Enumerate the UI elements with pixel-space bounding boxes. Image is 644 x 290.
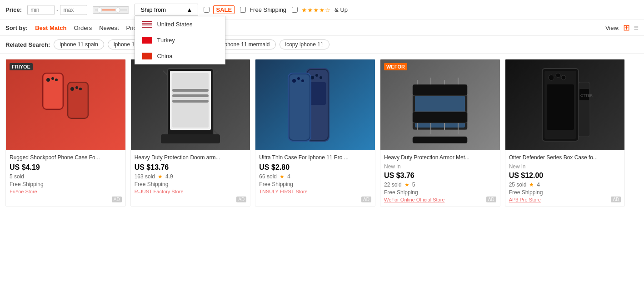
product-new-in-5: New in <box>509 163 621 170</box>
svg-line-18 <box>213 71 218 75</box>
ship-from-button[interactable]: Ship from ▲ <box>135 4 198 16</box>
product-store-3[interactable]: TNSULY FIRST Store <box>259 189 371 194</box>
svg-point-52 <box>556 73 560 78</box>
product-price-2: US $13.76 <box>135 163 247 172</box>
free-shipping-checkbox[interactable] <box>240 7 246 13</box>
free-shipping-label: Free Shipping <box>250 6 286 13</box>
product-info-4: Heavy Duty Protection Armor Met... New i… <box>380 150 500 206</box>
sold-count-3: 66 sold <box>259 173 277 180</box>
product-info-3: Ultra Thin Case For Iphone 11 Pro ... US… <box>255 150 375 198</box>
svg-rect-24 <box>161 134 220 143</box>
rating-4: 5 <box>412 182 415 188</box>
star-icon-3: ★ <box>280 173 285 180</box>
product-card-3[interactable]: Ultra Thin Case For Iphone 11 Pro ... US… <box>255 59 375 206</box>
related-tag-0[interactable]: iphone 11 spain <box>54 39 104 49</box>
ship-from-tr[interactable]: Turkey <box>135 32 225 48</box>
svg-point-12 <box>75 86 78 89</box>
view-label: View: <box>605 25 620 31</box>
svg-point-51 <box>549 75 554 80</box>
svg-rect-54 <box>547 84 574 130</box>
price-inputs: - <box>27 5 87 15</box>
free-shipping-filter-group: Free Shipping <box>240 6 286 13</box>
rating-5: 4 <box>537 182 540 188</box>
sort-label: Sort by: <box>5 25 28 31</box>
product-shipping-5: Free Shipping <box>509 189 621 196</box>
ad-badge-4: AD <box>486 197 496 202</box>
product-sold-3: 66 sold ★ 4 <box>259 173 371 180</box>
sold-count-5: 25 sold <box>509 182 527 188</box>
price-max-input[interactable] <box>60 5 87 15</box>
ship-from-menu: United States Turkey China <box>135 16 225 64</box>
svg-rect-39 <box>413 112 467 123</box>
svg-point-29 <box>320 76 322 79</box>
product-card-2[interactable]: Heavy Duty Protection Doom arm... US $13… <box>130 59 251 206</box>
product-sold-4: 22 sold ★ 5 <box>384 182 496 188</box>
product-store-5[interactable]: AP3 Pro Store <box>509 197 621 202</box>
country-us-label: United States <box>157 21 192 28</box>
sort-orders[interactable]: Orders <box>74 25 92 31</box>
product-image-2 <box>131 59 250 150</box>
star-icon-2: ★ <box>158 173 163 180</box>
svg-rect-1 <box>100 10 118 10</box>
sold-count-1: 5 sold <box>10 173 24 180</box>
product-title-2: Heavy Duty Protection Doom arm... <box>135 154 247 162</box>
flag-us-icon <box>142 21 152 28</box>
product-new-in-4: New in <box>384 163 496 170</box>
rating-label: & Up <box>334 6 348 13</box>
ad-badge-5: AD <box>611 197 621 202</box>
stars-icon: ★★★★☆ <box>301 6 331 14</box>
rating-3: 4 <box>287 173 290 180</box>
product-store-4[interactable]: WeFor Online Official Store <box>384 197 496 202</box>
product-store-2[interactable]: R-JUST Factory Store <box>135 189 247 194</box>
ship-from-us[interactable]: United States <box>135 16 225 32</box>
product-sold-1: 5 sold <box>10 173 122 180</box>
svg-point-13 <box>79 88 82 90</box>
product-badge-1: FRIYOE <box>10 63 33 70</box>
svg-rect-48 <box>413 137 467 143</box>
product-card-5[interactable]: OTTER Otter Defender Series Box Case fo.… <box>505 59 625 206</box>
product-card-1[interactable]: FRIYOE Rugged Shockpoof Phone Case Fo...… <box>5 59 126 206</box>
svg-rect-21 <box>172 89 209 92</box>
svg-point-9 <box>51 77 54 80</box>
product-info-2: Heavy Duty Protection Doom arm... US $13… <box>131 150 250 198</box>
svg-point-34 <box>297 77 300 80</box>
price-label: Price: <box>5 6 22 13</box>
product-price-1: US $4.19 <box>10 163 122 172</box>
filter-bar: Price: - Ship from ▲ United States Turke… <box>0 0 644 20</box>
svg-point-10 <box>55 79 58 81</box>
ship-from-cn[interactable]: China <box>135 48 225 64</box>
product-price-3: US $2.80 <box>259 163 371 172</box>
star-icon-5: ★ <box>529 182 534 188</box>
view-list-icon[interactable]: ≡ <box>634 23 639 33</box>
product-title-4: Heavy Duty Protection Armor Met... <box>384 154 496 162</box>
price-range-bar[interactable] <box>93 6 129 14</box>
svg-line-17 <box>163 71 168 75</box>
product-shipping-4: Free Shipping <box>384 189 496 196</box>
sort-newest[interactable]: Newest <box>99 25 119 31</box>
product-shipping-2: Free Shipping <box>135 181 247 187</box>
svg-line-20 <box>213 130 218 134</box>
sale-checkbox[interactable] <box>204 7 210 13</box>
sort-best-match[interactable]: Best Match <box>35 25 66 31</box>
related-search-bar: Related Search: iphone 11 spain iphone 1… <box>0 36 644 54</box>
price-min-input[interactable] <box>27 5 55 15</box>
product-card-4[interactable]: WEFOR Heavy Duty Protection Armor Met...… <box>380 59 500 206</box>
ship-from-dropdown[interactable]: Ship from ▲ United States Turkey China <box>135 4 198 16</box>
product-store-1[interactable]: FriYoe Store <box>10 189 122 194</box>
sold-count-2: 163 sold <box>135 173 155 180</box>
svg-point-11 <box>70 87 74 91</box>
product-title-5: Otter Defender Series Box Case fo... <box>509 154 621 162</box>
product-price-4: US $3.76 <box>384 172 496 180</box>
product-price-5: US $12.00 <box>509 172 621 180</box>
svg-rect-30 <box>310 82 326 105</box>
view-grid-icon[interactable]: ⊞ <box>623 23 630 33</box>
product-title-1: Rugged Shockpoof Phone Case Fo... <box>10 154 122 162</box>
svg-point-28 <box>315 74 318 77</box>
product-badge-4: WEFOR <box>384 63 407 70</box>
related-tag-4[interactable]: icopy iphone 11 <box>280 39 329 49</box>
related-tag-3[interactable]: iphone 11 mermaid <box>217 39 276 49</box>
svg-rect-32 <box>290 74 310 140</box>
svg-line-19 <box>163 130 168 134</box>
products-grid: FRIYOE Rugged Shockpoof Phone Case Fo...… <box>0 54 644 212</box>
rating-checkbox[interactable] <box>292 7 298 13</box>
